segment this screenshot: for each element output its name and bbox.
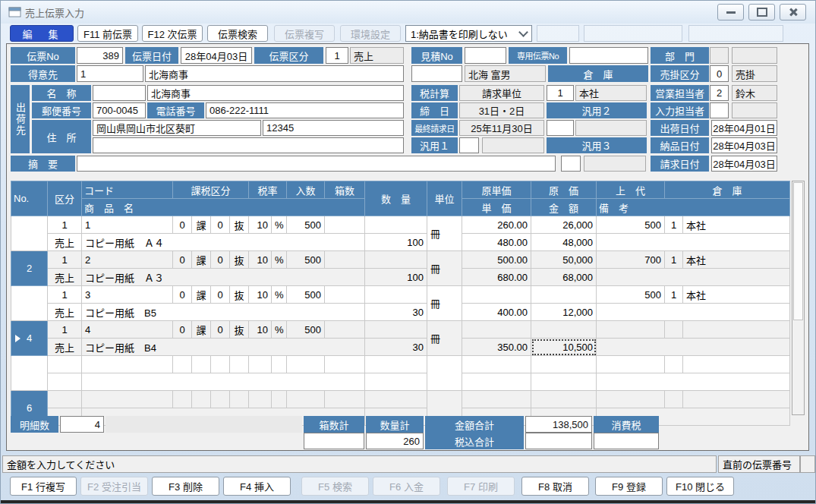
cell-hakosu[interactable] bbox=[325, 251, 365, 269]
cell-suryo[interactable]: 30 bbox=[365, 339, 427, 356]
cell-rate[interactable]: 10 bbox=[249, 321, 272, 339]
cell-gentanka[interactable]: 500.00 bbox=[462, 251, 531, 269]
cell-suryo[interactable]: 100 bbox=[365, 234, 427, 251]
cell-kazei4[interactable]: 抜 bbox=[230, 251, 249, 269]
cell-irisu[interactable]: 500 bbox=[287, 286, 325, 304]
cell-kazei4[interactable]: 抜 bbox=[230, 321, 249, 339]
minimize-button[interactable] bbox=[717, 4, 744, 20]
cell-kazei3[interactable] bbox=[211, 356, 230, 373]
cell-kubun-code[interactable] bbox=[48, 391, 82, 408]
cell-souko-code[interactable]: 1 bbox=[665, 286, 683, 304]
cell-kazei2[interactable] bbox=[192, 391, 211, 408]
cell-irisu[interactable]: 500 bbox=[287, 321, 325, 339]
cell-souko-code[interactable] bbox=[665, 356, 683, 373]
cell-hakosu[interactable] bbox=[325, 216, 365, 234]
print-option-select[interactable]: 1:納品書を印刷しない bbox=[405, 25, 532, 42]
cell-jodai[interactable]: 700 bbox=[597, 251, 665, 269]
field-meisho[interactable]: 北海商事 bbox=[147, 85, 404, 101]
cell-tanka[interactable]: 350.00 bbox=[462, 339, 531, 356]
cell-hakosu[interactable] bbox=[325, 321, 365, 339]
row-number-cell[interactable]: 5 bbox=[11, 356, 48, 391]
cell-item-code[interactable]: 3 bbox=[82, 286, 173, 304]
maximize-button[interactable] bbox=[748, 4, 775, 20]
cell-souko-code[interactable] bbox=[665, 391, 683, 408]
cell-rate[interactable]: 10 bbox=[249, 286, 272, 304]
field-hanyo2-code[interactable] bbox=[547, 120, 574, 136]
cell-kingaku[interactable]: 48,000 bbox=[531, 234, 597, 251]
cell-tani[interactable]: 冊 bbox=[427, 251, 462, 286]
cell-suryo[interactable]: 100 bbox=[365, 269, 427, 286]
field-jusho2[interactable] bbox=[93, 137, 404, 153]
cell-gentanka[interactable] bbox=[462, 391, 531, 408]
cell-biko[interactable] bbox=[597, 234, 790, 251]
cell-genka[interactable]: 26,000 bbox=[531, 216, 597, 234]
cell-kazei1[interactable]: 0 bbox=[173, 216, 192, 234]
cell-genka[interactable] bbox=[531, 391, 597, 408]
cell-kazei4[interactable] bbox=[230, 356, 249, 373]
next-slip-button[interactable]: F12 次伝票 bbox=[142, 25, 203, 42]
field-tel[interactable]: 086-222-1111 bbox=[206, 102, 404, 118]
cell-souko-code[interactable] bbox=[665, 321, 683, 339]
cell-rate[interactable] bbox=[249, 391, 272, 408]
cell-kazei1[interactable]: 0 bbox=[173, 321, 192, 339]
cell-kubun-code[interactable]: 1 bbox=[48, 321, 82, 339]
cell-hakosu[interactable] bbox=[325, 286, 365, 304]
cell-tani[interactable]: 冊 bbox=[427, 321, 462, 356]
field-nyuryoku-code[interactable] bbox=[710, 102, 729, 118]
fkey-f1-row-copy[interactable]: F1 行複写 bbox=[10, 477, 77, 496]
scrollbar-thumb[interactable] bbox=[793, 182, 803, 320]
row-number-cell[interactable]: 1 bbox=[11, 216, 48, 251]
cell-tani[interactable]: 冊 bbox=[427, 286, 462, 321]
field-denpyo-date[interactable]: 28年04月03日 bbox=[181, 47, 252, 64]
table-scrollbar[interactable] bbox=[792, 181, 805, 415]
cell-kubun-code[interactable] bbox=[48, 356, 82, 373]
cell-kazei3[interactable] bbox=[211, 391, 230, 408]
field-jusho1[interactable]: 岡山県岡山市北区葵町 bbox=[93, 120, 261, 136]
cell-kazei1[interactable] bbox=[173, 356, 192, 373]
field-nohin-date[interactable]: 28年04月03日 bbox=[711, 137, 777, 153]
field-denpyo-kubun-code[interactable]: 1 bbox=[326, 47, 348, 64]
field-tokuisaki-name[interactable]: 北海商事 bbox=[145, 65, 404, 82]
cell-rate[interactable]: 10 bbox=[249, 216, 272, 234]
fkey-f3-delete[interactable]: F3 削除 bbox=[152, 477, 219, 496]
cell-irisu[interactable]: 500 bbox=[287, 251, 325, 269]
cell-shohin-name[interactable]: コピー用紙 Ａ３ bbox=[82, 269, 365, 286]
cell-kubun-code[interactable]: 1 bbox=[48, 286, 82, 304]
field-urikake-code[interactable]: 0 bbox=[710, 65, 729, 82]
field-seikyu-date[interactable]: 28年04月03日 bbox=[711, 156, 777, 172]
cell-tani[interactable]: 冊 bbox=[427, 216, 462, 251]
cell-irisu[interactable]: 500 bbox=[287, 216, 325, 234]
cell-kazei2[interactable] bbox=[192, 356, 211, 373]
cell-shohin-name[interactable]: コピー用紙 B4 bbox=[82, 339, 365, 356]
cell-jodai[interactable] bbox=[597, 356, 665, 373]
cell-irisu[interactable] bbox=[287, 391, 325, 408]
cell-rate[interactable]: 10 bbox=[249, 251, 272, 269]
cell-kubun-code[interactable]: 1 bbox=[48, 216, 82, 234]
cell-item-code[interactable]: 1 bbox=[82, 216, 173, 234]
cell-kazei4[interactable]: 抜 bbox=[230, 286, 249, 304]
field-shukka-date[interactable]: 28年04月01日 bbox=[711, 120, 777, 136]
row-number-cell[interactable]: 4 bbox=[11, 321, 48, 356]
field-denpyo-no[interactable]: 389 bbox=[77, 47, 123, 64]
cell-tani[interactable] bbox=[427, 356, 462, 391]
cell-tanka[interactable]: 680.00 bbox=[462, 269, 531, 286]
fkey-f8-cancel[interactable]: F8 取消 bbox=[521, 477, 589, 496]
cell-gentanka[interactable] bbox=[462, 286, 531, 304]
cell-rate[interactable] bbox=[249, 356, 272, 373]
fkey-f9-register[interactable]: F9 登録 bbox=[595, 477, 663, 496]
cell-gentanka[interactable]: 260.00 bbox=[462, 216, 531, 234]
cell-suryo[interactable] bbox=[365, 373, 427, 391]
field-jusho-code[interactable]: 12345 bbox=[263, 120, 404, 136]
field-hanyo3-code[interactable] bbox=[561, 156, 581, 172]
cell-biko[interactable] bbox=[597, 304, 790, 321]
cell-kingaku[interactable] bbox=[531, 373, 597, 391]
field-tokuisaki-sub[interactable] bbox=[411, 65, 462, 82]
cell-jodai[interactable]: 500 bbox=[597, 216, 665, 234]
cell-biko[interactable] bbox=[597, 339, 790, 356]
cell-kazei1[interactable]: 0 bbox=[173, 286, 192, 304]
cell-shohin-name[interactable]: コピー用紙 Ａ４ bbox=[82, 234, 365, 251]
cell-kazei4[interactable]: 抜 bbox=[230, 216, 249, 234]
cell-item-code[interactable]: 2 bbox=[82, 251, 173, 269]
cell-jodai[interactable] bbox=[597, 321, 665, 339]
cell-shohin-name[interactable]: コピー用紙 B5 bbox=[82, 304, 365, 321]
